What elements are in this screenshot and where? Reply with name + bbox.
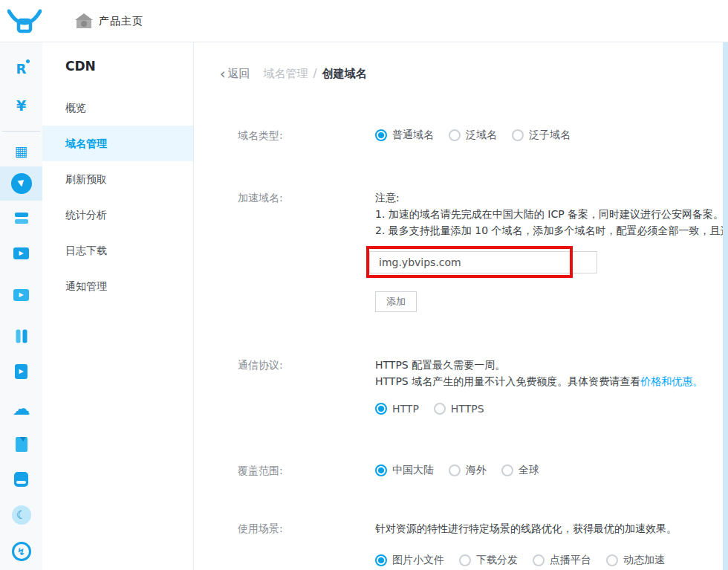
radio-option[interactable]: HTTP <box>375 403 419 415</box>
sidebar-menu-item-label: 刷新预取 <box>65 173 107 185</box>
brand-bull-logo[interactable] <box>7 6 42 37</box>
radio-icon <box>375 129 387 141</box>
sidebar-menu-item-label: 统计分析 <box>65 209 107 221</box>
moon-icon[interactable]: ☾ <box>0 498 42 532</box>
sidebar-menu-item[interactable]: 概览 <box>42 90 193 126</box>
radio-icon <box>501 464 513 476</box>
radio-option[interactable]: 泛子域名 <box>512 129 571 142</box>
radio-option-label: 泛域名 <box>466 129 497 142</box>
console-grid-icon[interactable]: ▦ <box>0 134 42 168</box>
accel-note-2: 2. 最多支持批量添加 10 个域名，添加多个域名时，配置必须全部一致，且这 <box>375 222 728 239</box>
radio-option-label: 动态加速 <box>623 554 665 567</box>
server-list-icon[interactable] <box>0 201 42 235</box>
cdn-sidebar: CDN 概览 域名管理 刷新预取 统计分析 日志下载 通知管理 <box>42 42 194 570</box>
lightning-icon[interactable]: ↯ <box>0 534 42 569</box>
sidebar-menu: 概览 域名管理 刷新预取 统计分析 日志下载 通知管理 <box>42 90 193 304</box>
radio-option-label: 点播平台 <box>550 554 591 567</box>
bookmark-icon[interactable] <box>0 427 42 461</box>
radio-option-label: 图片小文件 <box>392 554 444 567</box>
radio-icon <box>449 129 461 141</box>
radio-option-label: 全球 <box>519 464 539 477</box>
create-domain-page: ‹ 返回 域名管理 / 创建域名 域名类型: 普通域名 泛域名 泛子域名 加速域… <box>194 42 723 570</box>
scenario-label: 使用场景: <box>238 520 283 537</box>
sidebar-menu-item[interactable]: 日志下载 <box>42 233 193 268</box>
coverage-options: 中国大陆 海外 全球 <box>375 462 539 479</box>
accel-domain-label: 加速域名: <box>238 190 283 206</box>
radio-option-label: 泛子域名 <box>529 129 571 142</box>
protocol-label: 通信协议: <box>238 357 283 373</box>
sidebar-menu-item-label: 域名管理 <box>65 137 107 149</box>
domain-type-label: 域名类型: <box>238 127 283 143</box>
sidebar-menu-item-label: 日志下载 <box>65 244 107 256</box>
radio-option-label: HTTPS <box>451 403 484 415</box>
radio-icon <box>449 464 461 476</box>
video-doc-icon[interactable]: ▶ <box>0 354 42 389</box>
radio-icon <box>606 554 618 566</box>
protocol-desc-1: HTTPS 配置最久需要一周。 <box>375 357 505 373</box>
radio-option-label: 普通域名 <box>392 129 434 142</box>
radio-option-label: 中国大陆 <box>392 464 434 477</box>
sidebar-menu-item[interactable]: 通知管理 <box>42 268 193 304</box>
radio-option[interactable]: 泛域名 <box>449 129 497 142</box>
page-scrollbar[interactable] <box>723 42 728 570</box>
sidebar-title: CDN <box>65 59 96 74</box>
radio-option[interactable]: 全球 <box>501 464 539 477</box>
radio-option[interactable]: 普通域名 <box>375 129 434 142</box>
radio-option[interactable]: HTTPS <box>434 403 484 415</box>
sidebar-menu-item-label: 概览 <box>65 102 86 114</box>
home-icon <box>77 20 91 28</box>
domain-type-options: 普通域名 泛域名 泛子域名 <box>375 127 571 143</box>
billing-icon[interactable]: ¥ <box>0 88 42 123</box>
cdn-icon[interactable]: ▼ <box>0 166 42 201</box>
product-home-link[interactable]: 产品主页 <box>77 0 143 42</box>
breadcrumb-parent[interactable]: 域名管理 <box>264 67 308 81</box>
radio-option[interactable]: 下载分发 <box>459 554 518 567</box>
breadcrumb: ‹ 返回 域名管理 / 创建域名 <box>220 65 367 82</box>
radio-option[interactable]: 图片小文件 <box>375 554 444 567</box>
home-label: 产品主页 <box>99 15 143 28</box>
radio-option-label: HTTP <box>392 403 419 415</box>
radio-icon <box>459 554 471 566</box>
back-button[interactable]: ‹ 返回 <box>220 67 250 81</box>
top-bar: 产品主页 <box>0 0 728 42</box>
add-button[interactable]: 添加 <box>375 291 417 312</box>
coverage-label: 覆盖范围: <box>238 462 283 479</box>
film-play-icon[interactable]: ▶ <box>0 278 42 312</box>
radio-icon <box>375 403 387 415</box>
radio-option[interactable]: 点播平台 <box>533 554 591 567</box>
sidebar-menu-item[interactable]: 域名管理 <box>42 126 193 161</box>
chevron-left-icon: ‹ <box>220 67 226 81</box>
sidebar-menu-item-label: 通知管理 <box>65 280 107 292</box>
cloud-download-icon[interactable]: ☁ <box>0 392 42 426</box>
breadcrumb-separator: / <box>313 67 317 80</box>
domain-input[interactable] <box>369 251 597 273</box>
page-title: 创建域名 <box>322 67 367 81</box>
scenario-options: 图片小文件 下载分发 点播平台 动态加速 <box>375 552 665 569</box>
sidebar-menu-item[interactable]: 刷新预取 <box>42 161 193 197</box>
radio-option-label: 海外 <box>466 464 487 477</box>
rail-divider <box>2 131 40 132</box>
r-product-icon[interactable]: R <box>0 51 42 85</box>
tv-play-icon[interactable]: ▶ <box>0 236 42 271</box>
protocol-options: HTTP HTTPS <box>375 401 484 417</box>
accel-note-1: 1. 加速的域名请先完成在中国大陆的 ICP 备案，同时建议进行公安网备案。如 <box>375 206 728 222</box>
sidebar-menu-item[interactable]: 统计分析 <box>42 197 193 233</box>
radio-icon <box>512 129 524 141</box>
radio-icon <box>533 554 545 566</box>
pricing-link[interactable]: 价格和优惠。 <box>640 375 703 387</box>
radio-option[interactable]: 中国大陆 <box>375 464 434 477</box>
icon-rail: R ¥ ▦ ▼ ▶ ▶ ▶ ☁ ☾ ↯ <box>0 42 42 570</box>
radio-icon <box>375 554 387 566</box>
radio-icon <box>434 403 446 415</box>
accel-note-title: 注意: <box>375 190 400 206</box>
back-label: 返回 <box>228 67 250 81</box>
scenario-desc: 针对资源的特性进行特定场景的线路优化，获得最优的加速效果。 <box>375 520 677 537</box>
radio-option[interactable]: 海外 <box>449 464 487 477</box>
equalizer-icon[interactable] <box>0 319 42 353</box>
radio-option[interactable]: 动态加速 <box>606 554 665 567</box>
protocol-desc-2: HTTPS 域名产生的用量不计入免费额度。具体资费请查看价格和优惠。 <box>375 373 703 389</box>
radio-icon <box>375 464 387 476</box>
radio-option-label: 下载分发 <box>476 554 518 567</box>
database-icon[interactable] <box>0 462 42 496</box>
